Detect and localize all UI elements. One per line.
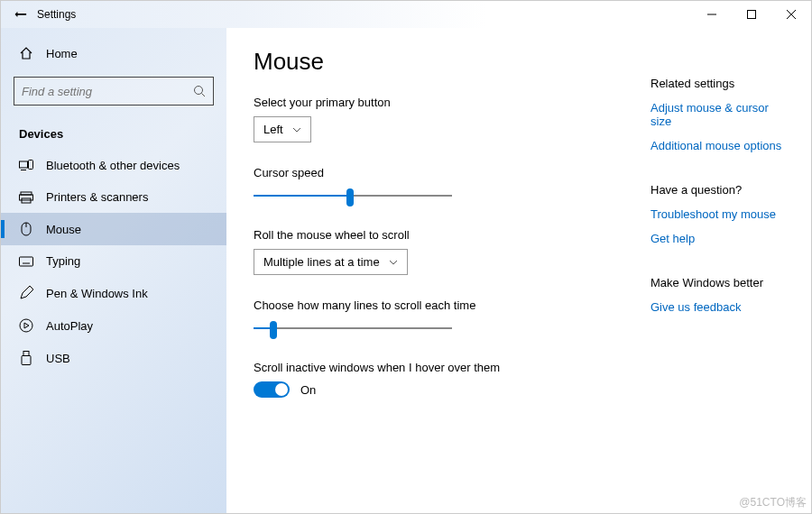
lines-label: Choose how many lines to scroll each tim… bbox=[254, 298, 614, 312]
usb-icon bbox=[19, 351, 33, 365]
sidebar-item-label: USB bbox=[46, 352, 70, 365]
svg-point-20 bbox=[20, 319, 32, 332]
inactive-label: Scroll inactive windows when I hover ove… bbox=[254, 361, 614, 374]
watermark: @51CTO博客 bbox=[739, 495, 807, 510]
sidebar-section: Devices bbox=[1, 115, 226, 150]
inactive-toggle[interactable] bbox=[254, 381, 290, 398]
mouse-icon bbox=[19, 222, 33, 236]
sidebar-item-label: Printers & scanners bbox=[46, 190, 148, 204]
sidebar-item-label: Mouse bbox=[46, 223, 81, 236]
link-get-help[interactable]: Get help bbox=[651, 232, 784, 245]
cursor-speed-slider[interactable] bbox=[254, 187, 452, 205]
maximize-button[interactable] bbox=[732, 1, 771, 28]
sidebar-item-autoplay[interactable]: AutoPlay bbox=[1, 309, 226, 342]
chevron-down-icon bbox=[389, 260, 398, 265]
related-heading: Related settings bbox=[651, 77, 784, 90]
pen-icon bbox=[19, 286, 33, 300]
sidebar-item-printers[interactable]: Printers & scanners bbox=[1, 181, 226, 213]
sidebar-item-label: Pen & Windows Ink bbox=[46, 287, 148, 300]
link-feedback[interactable]: Give us feedback bbox=[651, 300, 784, 314]
dropdown-value: Left bbox=[263, 123, 283, 136]
sidebar-item-typing[interactable]: Typing bbox=[1, 245, 226, 277]
link-troubleshoot[interactable]: Troubleshoot my mouse bbox=[651, 207, 784, 221]
printer-icon bbox=[19, 191, 33, 204]
sidebar-item-bluetooth[interactable]: Bluetooth & other devices bbox=[1, 150, 226, 181]
autoplay-icon bbox=[19, 318, 33, 333]
sidebar-item-label: Typing bbox=[46, 254, 80, 268]
sidebar-home[interactable]: Home bbox=[1, 39, 226, 68]
cursor-speed-label: Cursor speed bbox=[254, 166, 614, 179]
search-icon bbox=[193, 85, 206, 97]
svg-rect-22 bbox=[22, 356, 31, 365]
svg-rect-14 bbox=[20, 257, 33, 266]
search-box[interactable] bbox=[14, 77, 214, 106]
svg-rect-7 bbox=[29, 160, 33, 169]
sidebar-item-label: Bluetooth & other devices bbox=[46, 159, 180, 172]
sidebar-item-pen[interactable]: Pen & Windows Ink bbox=[1, 277, 226, 309]
scroll-mode-label: Roll the mouse wheel to scroll bbox=[254, 228, 614, 242]
minimize-button[interactable] bbox=[692, 1, 732, 28]
scroll-mode-dropdown[interactable]: Multiple lines at a time bbox=[254, 249, 408, 275]
close-button[interactable] bbox=[771, 1, 811, 28]
chevron-down-icon bbox=[292, 127, 301, 133]
svg-point-4 bbox=[195, 87, 203, 95]
link-additional-mouse[interactable]: Additional mouse options bbox=[651, 139, 784, 152]
titlebar: 🠔 Settings bbox=[1, 1, 811, 28]
settings-panel: Mouse Select your primary button Left Cu… bbox=[254, 48, 614, 513]
toggle-value: On bbox=[300, 383, 316, 397]
primary-button-label: Select your primary button bbox=[254, 96, 614, 109]
svg-line-5 bbox=[202, 94, 206, 97]
search-input[interactable] bbox=[22, 85, 193, 98]
svg-rect-6 bbox=[20, 161, 28, 168]
link-adjust-cursor[interactable]: Adjust mouse & cursor size bbox=[651, 101, 784, 128]
feedback-heading: Make Windows better bbox=[651, 276, 784, 289]
dropdown-value: Multiple lines at a time bbox=[263, 255, 380, 269]
page-title: Mouse bbox=[254, 48, 614, 76]
svg-rect-1 bbox=[748, 11, 756, 19]
keyboard-icon bbox=[19, 256, 33, 267]
svg-rect-21 bbox=[23, 352, 29, 356]
back-button[interactable]: 🠔 bbox=[1, 7, 41, 22]
sidebar-item-mouse[interactable]: Mouse bbox=[1, 213, 226, 245]
question-heading: Have a question? bbox=[651, 183, 784, 197]
sidebar-item-label: AutoPlay bbox=[46, 319, 93, 333]
lines-slider[interactable] bbox=[254, 319, 452, 337]
home-icon bbox=[19, 46, 33, 60]
related-panel: Related settings Adjust mouse & cursor s… bbox=[651, 48, 784, 513]
devices-icon bbox=[19, 160, 33, 172]
window-title: Settings bbox=[37, 8, 76, 21]
primary-button-dropdown[interactable]: Left bbox=[254, 116, 311, 142]
sidebar-item-usb[interactable]: USB bbox=[1, 342, 226, 374]
home-label: Home bbox=[46, 47, 78, 60]
sidebar: Home Devices Bluetooth & other devices P… bbox=[1, 28, 226, 513]
